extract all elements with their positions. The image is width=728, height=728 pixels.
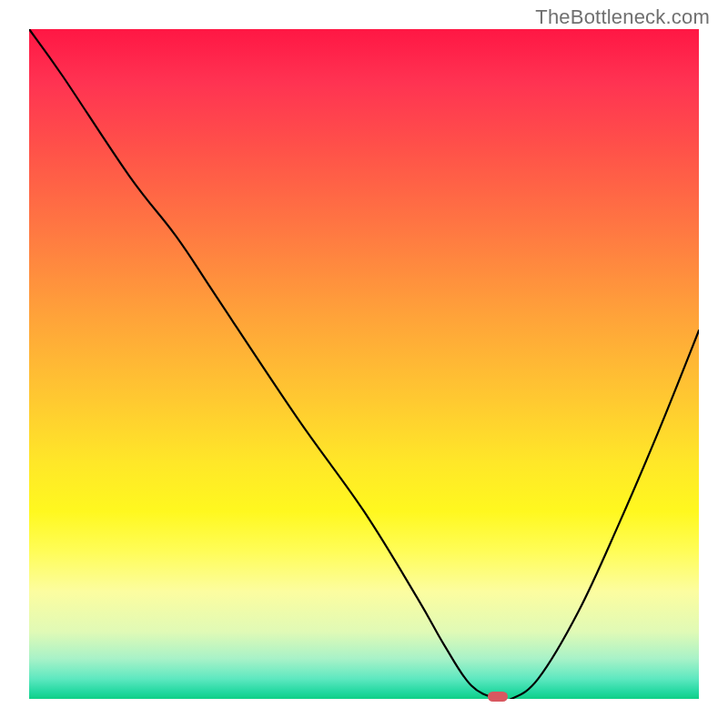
optimal-marker — [488, 692, 508, 702]
bottleneck-curve — [29, 29, 699, 699]
curve-layer — [29, 29, 699, 699]
watermark-text: TheBottleneck.com — [535, 5, 710, 29]
